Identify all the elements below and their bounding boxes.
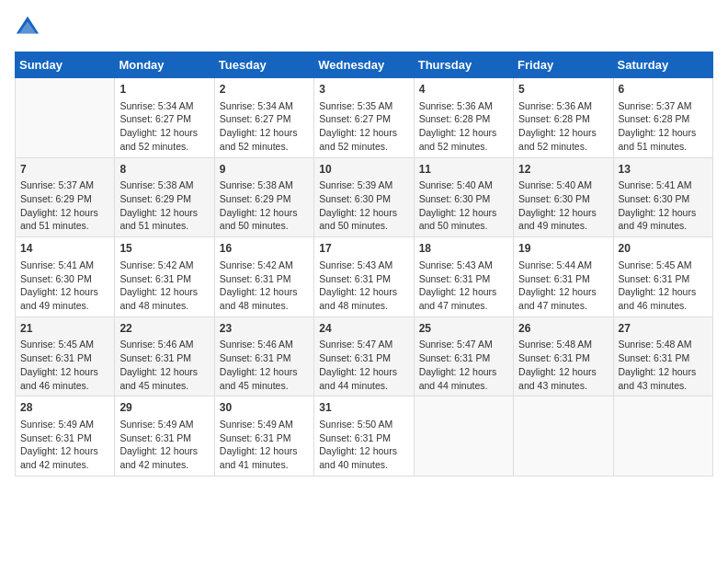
- day-number: 3: [319, 82, 408, 98]
- day-info: Sunrise: 5:38 AM Sunset: 6:29 PM Dayligh…: [220, 178, 309, 233]
- day-info: Sunrise: 5:38 AM Sunset: 6:29 PM Dayligh…: [119, 178, 209, 233]
- week-row-1: 1Sunrise: 5:34 AM Sunset: 6:27 PM Daylig…: [16, 78, 713, 158]
- day-info: Sunrise: 5:49 AM Sunset: 6:31 PM Dayligh…: [20, 418, 109, 472]
- day-info: Sunrise: 5:45 AM Sunset: 6:31 PM Dayligh…: [20, 338, 109, 392]
- day-number: 29: [119, 400, 209, 416]
- day-info: Sunrise: 5:47 AM Sunset: 6:31 PM Dayligh…: [419, 338, 508, 392]
- day-number: 9: [220, 162, 309, 178]
- day-cell: 15Sunrise: 5:42 AM Sunset: 6:31 PM Dayli…: [115, 237, 214, 317]
- day-cell: 16Sunrise: 5:42 AM Sunset: 6:31 PM Dayli…: [214, 237, 313, 317]
- day-number: 28: [20, 400, 109, 416]
- day-cell: 6Sunrise: 5:37 AM Sunset: 6:28 PM Daylig…: [613, 78, 712, 158]
- day-number: 20: [619, 241, 708, 257]
- week-row-3: 14Sunrise: 5:41 AM Sunset: 6:30 PM Dayli…: [16, 237, 713, 317]
- column-header-sunday: Sunday: [16, 52, 115, 78]
- day-info: Sunrise: 5:49 AM Sunset: 6:31 PM Dayligh…: [119, 418, 209, 472]
- day-cell: 11Sunrise: 5:40 AM Sunset: 6:30 PM Dayli…: [414, 157, 513, 237]
- day-number: 19: [518, 241, 608, 257]
- day-info: Sunrise: 5:34 AM Sunset: 6:27 PM Dayligh…: [220, 99, 309, 154]
- day-cell: 19Sunrise: 5:44 AM Sunset: 6:31 PM Dayli…: [514, 237, 613, 317]
- day-cell: [514, 396, 613, 477]
- column-header-saturday: Saturday: [613, 52, 712, 78]
- day-cell: 21Sunrise: 5:45 AM Sunset: 6:31 PM Dayli…: [16, 316, 115, 396]
- day-cell: 23Sunrise: 5:46 AM Sunset: 6:31 PM Dayli…: [214, 316, 313, 396]
- day-cell: 17Sunrise: 5:43 AM Sunset: 6:31 PM Dayli…: [314, 237, 414, 317]
- day-cell: 10Sunrise: 5:39 AM Sunset: 6:30 PM Dayli…: [314, 157, 414, 237]
- day-info: Sunrise: 5:43 AM Sunset: 6:31 PM Dayligh…: [319, 259, 408, 313]
- day-info: Sunrise: 5:39 AM Sunset: 6:30 PM Dayligh…: [319, 178, 408, 233]
- day-cell: 12Sunrise: 5:40 AM Sunset: 6:30 PM Dayli…: [514, 157, 613, 237]
- day-cell: 18Sunrise: 5:43 AM Sunset: 6:31 PM Dayli…: [414, 237, 513, 317]
- day-number: 15: [119, 241, 209, 257]
- day-info: Sunrise: 5:46 AM Sunset: 6:31 PM Dayligh…: [119, 338, 209, 392]
- day-cell: 24Sunrise: 5:47 AM Sunset: 6:31 PM Dayli…: [314, 316, 414, 396]
- day-cell: 31Sunrise: 5:50 AM Sunset: 6:31 PM Dayli…: [314, 396, 414, 477]
- column-header-monday: Monday: [115, 52, 214, 78]
- day-number: 27: [619, 321, 708, 337]
- day-number: 18: [419, 241, 508, 257]
- day-cell: [16, 78, 115, 158]
- day-info: Sunrise: 5:48 AM Sunset: 6:31 PM Dayligh…: [518, 338, 608, 392]
- day-cell: 2Sunrise: 5:34 AM Sunset: 6:27 PM Daylig…: [214, 78, 313, 158]
- day-number: 2: [220, 82, 309, 98]
- day-cell: 13Sunrise: 5:41 AM Sunset: 6:30 PM Dayli…: [613, 157, 712, 237]
- week-row-2: 7Sunrise: 5:37 AM Sunset: 6:29 PM Daylig…: [16, 157, 713, 237]
- day-number: 24: [319, 321, 408, 337]
- day-cell: 5Sunrise: 5:36 AM Sunset: 6:28 PM Daylig…: [514, 78, 613, 158]
- day-number: 30: [220, 400, 309, 416]
- day-number: 23: [220, 321, 309, 337]
- week-row-5: 28Sunrise: 5:49 AM Sunset: 6:31 PM Dayli…: [16, 396, 713, 477]
- logo-icon: [15, 15, 40, 40]
- day-cell: 25Sunrise: 5:47 AM Sunset: 6:31 PM Dayli…: [414, 316, 513, 396]
- day-number: 14: [20, 241, 109, 257]
- day-cell: 14Sunrise: 5:41 AM Sunset: 6:30 PM Dayli…: [16, 237, 115, 317]
- day-info: Sunrise: 5:37 AM Sunset: 6:28 PM Dayligh…: [619, 99, 708, 154]
- day-cell: [414, 396, 513, 477]
- day-number: 17: [319, 241, 408, 257]
- day-info: Sunrise: 5:40 AM Sunset: 6:30 PM Dayligh…: [419, 178, 508, 233]
- day-info: Sunrise: 5:42 AM Sunset: 6:31 PM Dayligh…: [220, 259, 309, 313]
- day-number: 26: [518, 321, 608, 337]
- day-info: Sunrise: 5:42 AM Sunset: 6:31 PM Dayligh…: [119, 259, 209, 313]
- day-number: 5: [518, 82, 608, 98]
- day-cell: [613, 396, 712, 477]
- day-info: Sunrise: 5:34 AM Sunset: 6:27 PM Dayligh…: [119, 99, 209, 154]
- day-number: 1: [119, 82, 209, 98]
- day-cell: 3Sunrise: 5:35 AM Sunset: 6:27 PM Daylig…: [314, 78, 414, 158]
- day-info: Sunrise: 5:41 AM Sunset: 6:30 PM Dayligh…: [619, 178, 708, 233]
- column-header-thursday: Thursday: [414, 52, 513, 78]
- day-info: Sunrise: 5:44 AM Sunset: 6:31 PM Dayligh…: [518, 259, 608, 313]
- day-cell: 4Sunrise: 5:36 AM Sunset: 6:28 PM Daylig…: [414, 78, 513, 158]
- column-header-friday: Friday: [514, 52, 613, 78]
- day-info: Sunrise: 5:37 AM Sunset: 6:29 PM Dayligh…: [20, 178, 109, 233]
- day-info: Sunrise: 5:46 AM Sunset: 6:31 PM Dayligh…: [220, 338, 309, 392]
- day-info: Sunrise: 5:36 AM Sunset: 6:28 PM Dayligh…: [518, 99, 608, 154]
- day-number: 25: [419, 321, 508, 337]
- day-cell: 20Sunrise: 5:45 AM Sunset: 6:31 PM Dayli…: [613, 237, 712, 317]
- day-number: 8: [119, 162, 209, 178]
- day-number: 4: [419, 82, 508, 98]
- day-number: 22: [119, 321, 209, 337]
- day-cell: 7Sunrise: 5:37 AM Sunset: 6:29 PM Daylig…: [16, 157, 115, 237]
- day-info: Sunrise: 5:47 AM Sunset: 6:31 PM Dayligh…: [319, 338, 408, 392]
- day-cell: 22Sunrise: 5:46 AM Sunset: 6:31 PM Dayli…: [115, 316, 214, 396]
- day-number: 6: [619, 82, 708, 98]
- calendar-table: SundayMondayTuesdayWednesdayThursdayFrid…: [15, 52, 713, 477]
- day-number: 16: [220, 241, 309, 257]
- day-info: Sunrise: 5:50 AM Sunset: 6:31 PM Dayligh…: [319, 418, 408, 472]
- week-row-4: 21Sunrise: 5:45 AM Sunset: 6:31 PM Dayli…: [16, 316, 713, 396]
- day-info: Sunrise: 5:48 AM Sunset: 6:31 PM Dayligh…: [619, 338, 708, 392]
- day-cell: 28Sunrise: 5:49 AM Sunset: 6:31 PM Dayli…: [16, 396, 115, 477]
- day-number: 10: [319, 162, 408, 178]
- day-info: Sunrise: 5:49 AM Sunset: 6:31 PM Dayligh…: [220, 418, 309, 472]
- day-number: 11: [419, 162, 508, 178]
- day-info: Sunrise: 5:43 AM Sunset: 6:31 PM Dayligh…: [419, 259, 508, 313]
- day-number: 12: [518, 162, 608, 178]
- day-number: 31: [319, 400, 408, 416]
- day-info: Sunrise: 5:35 AM Sunset: 6:27 PM Dayligh…: [319, 99, 408, 154]
- day-cell: 9Sunrise: 5:38 AM Sunset: 6:29 PM Daylig…: [214, 157, 313, 237]
- day-cell: 26Sunrise: 5:48 AM Sunset: 6:31 PM Dayli…: [514, 316, 613, 396]
- column-header-wednesday: Wednesday: [314, 52, 414, 78]
- day-cell: 1Sunrise: 5:34 AM Sunset: 6:27 PM Daylig…: [115, 78, 214, 158]
- days-header-row: SundayMondayTuesdayWednesdayThursdayFrid…: [16, 52, 713, 78]
